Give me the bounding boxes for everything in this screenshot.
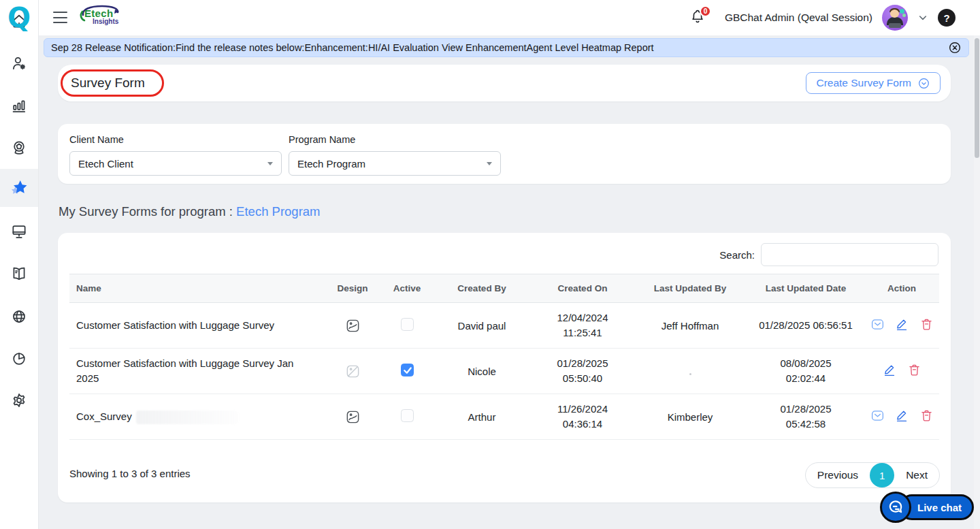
sidebar <box>0 0 39 529</box>
filters-card: Client Name Etech Client Program Name Et… <box>58 124 951 184</box>
program-filter-group: Program Name Etech Program <box>289 134 501 174</box>
active-checkbox[interactable] <box>401 318 414 331</box>
column-header-action[interactable]: Action <box>864 274 939 303</box>
created-on: 11/26/2024 04:36:14 <box>532 394 633 440</box>
banner-close-icon[interactable] <box>948 41 962 54</box>
redacted-dot <box>689 373 691 375</box>
table-header-row: Name Design Active Created By Created On… <box>69 274 939 303</box>
edit-pencil-icon <box>883 363 897 377</box>
pagination-next-button[interactable]: Next <box>894 469 939 481</box>
search-row: Search: <box>719 243 938 266</box>
trash-icon <box>919 408 934 423</box>
column-header-name[interactable]: Name <box>69 274 323 303</box>
edit-button[interactable] <box>895 408 909 423</box>
active-checkbox[interactable] <box>401 409 414 422</box>
sidebar-item-analytics[interactable] <box>0 344 38 374</box>
scrollbar-track <box>974 35 980 529</box>
delete-button[interactable] <box>919 317 934 332</box>
sidebar-item-reports[interactable] <box>0 91 38 121</box>
program-name-value: Etech Program <box>297 158 365 170</box>
created-on: 12/04/2024 11:25:41 <box>532 303 633 349</box>
mail-button[interactable] <box>870 317 885 332</box>
sidebar-item-quality[interactable] <box>0 133 38 163</box>
survey-name: Cox_Survey <box>76 411 132 422</box>
etech-insights-logo: Etech Insights <box>76 4 125 31</box>
sidebar-item-settings[interactable] <box>0 385 38 415</box>
create-survey-form-button[interactable]: Create Survey Form <box>806 72 941 94</box>
delete-button[interactable] <box>919 408 934 423</box>
edit-button[interactable] <box>895 317 909 332</box>
book-icon <box>10 265 28 283</box>
gear-icon <box>10 391 28 409</box>
program-name-link[interactable]: Etech Program <box>236 204 320 219</box>
column-header-last-updated-date[interactable]: Last Updated Date <box>747 274 864 303</box>
table-row: Customer Satisfaction with Luggage Surve… <box>69 349 939 394</box>
survey-name: Customer Satisfaction with Luggage Surve… <box>69 303 323 349</box>
program-name-label: Program Name <box>289 134 501 145</box>
avatar[interactable] <box>882 5 908 31</box>
chevron-down-icon[interactable] <box>917 12 928 23</box>
live-chat-label: Live chat <box>917 502 962 513</box>
edit-button[interactable] <box>883 363 897 377</box>
design-button[interactable] <box>345 409 361 425</box>
column-header-design[interactable]: Design <box>323 274 382 303</box>
program-name-select[interactable]: Etech Program <box>289 151 501 176</box>
redacted-text <box>136 411 238 424</box>
monitor-icon <box>10 223 28 240</box>
trash-icon <box>919 317 934 332</box>
design-image-icon <box>345 409 361 425</box>
logo-text-insights: Insights <box>93 18 118 25</box>
column-header-last-updated-by[interactable]: Last Updated By <box>633 274 747 303</box>
created-by: Arthur <box>431 394 532 440</box>
column-header-created-by[interactable]: Created By <box>431 274 532 303</box>
section-heading-prefix: My Survey Forms for program : <box>59 204 236 219</box>
globe-icon <box>10 308 28 325</box>
search-input[interactable] <box>761 243 938 266</box>
edit-pencil-icon <box>895 317 909 332</box>
sidebar-item-user-management[interactable] <box>0 48 38 78</box>
user-name[interactable]: GBChat Admin (Qeval Session) <box>725 12 872 24</box>
quality-badge-icon <box>10 139 28 157</box>
table-row: Cox_Survey Arthur 11/26/2024 04:36:14 Ki… <box>69 394 939 440</box>
pagination-previous-button[interactable]: Previous <box>806 469 870 481</box>
active-checkbox[interactable] <box>401 364 414 376</box>
notifications-bell-icon[interactable]: 0 <box>689 8 707 27</box>
trash-icon <box>907 363 921 377</box>
select-caret-icon <box>487 162 492 165</box>
last-updated-by: Jeff Hoffman <box>633 303 747 349</box>
help-button[interactable]: ? <box>938 9 956 27</box>
sidebar-item-survey-form[interactable] <box>0 173 38 203</box>
edit-pencil-icon <box>895 408 909 423</box>
release-notification-banner: Sep 28 Release Notification:Find the rel… <box>44 38 969 57</box>
design-button-disabled <box>345 364 361 379</box>
mail-button[interactable] <box>870 408 885 423</box>
showing-entries-text: Showing 1 to 3 of 3 entries <box>69 468 191 479</box>
notification-count-badge: 0 <box>700 5 711 17</box>
design-button[interactable] <box>345 318 361 334</box>
delete-button[interactable] <box>907 363 921 377</box>
created-by: David paul <box>431 303 532 349</box>
last-updated-date: 01/28/2025 06:56:51 <box>747 303 864 349</box>
bar-chart-icon <box>10 97 28 114</box>
created-on: 01/28/2025 05:50:40 <box>532 349 633 394</box>
sidebar-item-desktop[interactable] <box>0 217 38 246</box>
sidebar-item-library[interactable] <box>0 259 38 289</box>
last-updated-by <box>633 349 747 394</box>
client-name-select[interactable]: Etech Client <box>69 151 282 176</box>
live-chat-button[interactable]: Live chat <box>880 492 963 523</box>
column-header-created-on[interactable]: Created On <box>532 274 633 303</box>
hamburger-menu-icon[interactable] <box>53 12 67 23</box>
chevron-down-circle-icon <box>917 77 930 90</box>
column-header-active[interactable]: Active <box>382 274 431 303</box>
scrollbar-thumb[interactable] <box>975 38 979 158</box>
last-updated-date: 01/28/2025 05:42:58 <box>747 394 864 440</box>
client-name-label: Client Name <box>69 134 282 145</box>
last-updated-by: Kimberley <box>633 394 747 440</box>
search-label: Search: <box>719 249 755 261</box>
page-title: Survey Form <box>71 76 145 91</box>
pagination-page-1-button[interactable]: 1 <box>870 463 894 487</box>
sidebar-item-global[interactable] <box>0 302 38 332</box>
section-heading: My Survey Forms for program : Etech Prog… <box>59 204 321 219</box>
pagination: Previous 1 Next <box>805 462 940 488</box>
title-card: Survey Form Create Survey Form <box>58 65 951 101</box>
